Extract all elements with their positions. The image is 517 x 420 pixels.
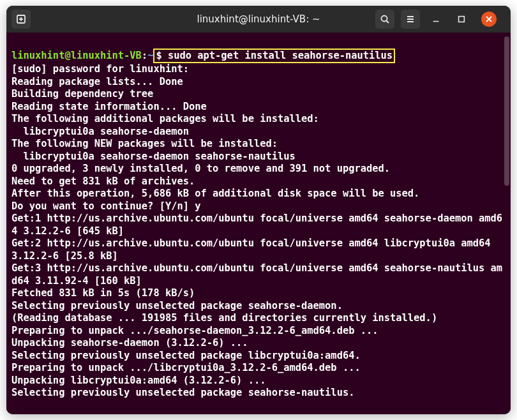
menu-button[interactable]	[401, 10, 420, 29]
svg-line-4	[387, 21, 389, 24]
hamburger-icon	[405, 14, 416, 24]
svg-point-3	[382, 16, 387, 22]
search-icon	[380, 14, 390, 24]
new-tab-button[interactable]	[11, 10, 31, 29]
maximize-button[interactable]	[452, 10, 471, 29]
new-tab-icon	[16, 14, 26, 24]
terminal-window: linuxhint@linuxhint-VB: ~ linuxhint@linu…	[6, 6, 511, 414]
scrollbar-thumb[interactable]	[504, 36, 509, 186]
prompt-path: ~	[147, 50, 153, 61]
minimize-icon	[431, 15, 440, 24]
close-button[interactable]	[481, 11, 497, 27]
terminal-output: [sudo] password for linuxhint: Reading p…	[11, 63, 502, 398]
close-icon	[485, 15, 493, 23]
titlebar: linuxhint@linuxhint-VB: ~	[6, 6, 511, 33]
terminal-content: linuxhint@linuxhint-VB:~$ sudo apt-get i…	[11, 36, 504, 400]
minimize-button[interactable]	[426, 10, 446, 29]
search-button[interactable]	[375, 10, 394, 29]
prompt-user-host: linuxhint@linuxhint-VB	[11, 50, 142, 61]
maximize-icon	[457, 15, 466, 24]
scrollbar[interactable]	[504, 36, 509, 410]
highlighted-command: $ sudo apt-get install seahorse-nautilus	[153, 49, 395, 64]
terminal-body[interactable]: linuxhint@linuxhint-VB:~$ sudo apt-get i…	[6, 33, 511, 414]
prompt-colon: :	[142, 50, 147, 61]
svg-rect-9	[459, 17, 465, 22]
